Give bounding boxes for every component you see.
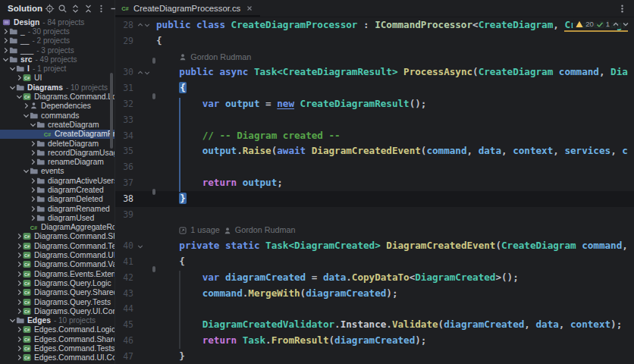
- code-line-41[interactable]: 41 {: [115, 254, 634, 270]
- tree-item-dependencies[interactable]: Dependencies: [0, 102, 115, 111]
- chevron-right-icon[interactable]: [16, 299, 23, 306]
- chevron-down-icon[interactable]: [16, 93, 23, 100]
- code-line-28[interactable]: 28public class CreateDiagramProcessor : …: [115, 17, 634, 33]
- expand-all-icon[interactable]: [71, 4, 80, 14]
- chevron-right-icon[interactable]: [30, 140, 36, 147]
- tree-item-diagramaggregateroot-g-cs[interactable]: C#DiagramAggregateRoot.g.cs: [0, 223, 115, 232]
- code-line-33[interactable]: 33: [115, 112, 634, 128]
- tree-item-diagramused[interactable]: diagramUsed: [0, 213, 115, 222]
- code-area[interactable]: 28public class CreateDiagramProcessor : …: [115, 17, 634, 364]
- chevron-right-icon[interactable]: [16, 345, 23, 352]
- code-line-47[interactable]: 47 }: [115, 349, 634, 364]
- code-vision-annotation[interactable]: 1 usageGordon Rudman: [156, 222, 296, 238]
- code-line-36[interactable]: 36: [115, 159, 634, 175]
- inspections-widget[interactable]: 20 1: [573, 19, 632, 29]
- chevron-right-icon[interactable]: [16, 336, 23, 343]
- tree-item-diagrams-events-extensions[interactable]: C#Diagrams.Events.Extensions: [0, 269, 115, 278]
- fold-chevron-down-icon[interactable]: [144, 70, 150, 76]
- code-line-29[interactable]: 29{: [115, 33, 634, 49]
- tree-item-events[interactable]: events: [0, 167, 115, 176]
- code-line-35[interactable]: 35 output.Raise(await DiagramCreatedEven…: [115, 143, 634, 159]
- fold-chevron-up-icon[interactable]: [137, 70, 143, 76]
- chevron-right-icon[interactable]: [30, 149, 36, 156]
- chevron-down-icon[interactable]: [9, 84, 16, 91]
- tab-creatediagramprocessor[interactable]: C# CreateDiagramProcessor.cs: [115, 0, 260, 17]
- collapse-all-icon[interactable]: [83, 4, 93, 14]
- tree-item-diagrams-query-shared[interactable]: C#Diagrams.Query.Shared: [0, 288, 115, 297]
- author-label[interactable]: Gordon Rudman: [235, 222, 296, 238]
- chevron-down-icon[interactable]: [9, 317, 16, 324]
- chevron-right-icon[interactable]: [16, 233, 23, 240]
- chevron-right-icon[interactable]: [16, 308, 23, 315]
- chevron-down-icon[interactable]: [23, 168, 30, 174]
- chevron-right-icon[interactable]: [2, 28, 9, 35]
- chevron-right-icon[interactable]: [16, 354, 23, 361]
- tree-item-item[interactable]: ___- 3 projects: [0, 46, 115, 55]
- chevron-right-icon[interactable]: [23, 102, 30, 109]
- code-line-31[interactable]: 31 {: [115, 80, 634, 96]
- code-line-38[interactable]: 38 }: [115, 191, 634, 207]
- tree-item-diagramrenamed[interactable]: diagramRenamed: [0, 204, 115, 213]
- tree-item-diagramactiveuserschanged[interactable]: diagramActiveUsersChanged: [0, 176, 115, 185]
- chevron-right-icon[interactable]: [16, 243, 23, 249]
- tree-item-edges-command-logic[interactable]: C#Edges.Command.Logic: [0, 325, 115, 334]
- tree-item-edges-command-ui-components[interactable]: C#Edges.Command.UI.Components: [0, 353, 115, 362]
- chevron-right-icon[interactable]: [30, 187, 36, 193]
- tree-item-recorddiagramusage[interactable]: recordDiagramUsage: [0, 148, 115, 157]
- code-line-46[interactable]: 46 return Task.FromResult(diagramCreated…: [115, 333, 634, 349]
- tree-item-item[interactable]: __- 2 projects: [0, 36, 115, 46]
- chevron-up-icon[interactable]: [612, 20, 620, 28]
- chevron-right-icon[interactable]: [30, 177, 36, 184]
- chevron-right-icon[interactable]: [30, 196, 36, 202]
- chevron-down-icon[interactable]: [23, 112, 30, 119]
- chevron-right-icon[interactable]: [2, 37, 9, 44]
- tree-item-diagrams-query-ui-components[interactable]: C#Diagrams.Query.UI.Components: [0, 306, 115, 315]
- chevron-right-icon[interactable]: [16, 280, 23, 287]
- tree-item-diagrams-query-logic[interactable]: C#Diagrams.Query.Logic: [0, 278, 115, 287]
- tree-item-diagrams-command-logic[interactable]: C#Diagrams.Command.Logic: [0, 92, 115, 101]
- chevron-down-icon[interactable]: [30, 121, 36, 128]
- tree-item-diagramdeleted[interactable]: diagramDeleted: [0, 195, 115, 204]
- locate-icon[interactable]: [45, 4, 55, 14]
- fold-chevron-down-icon[interactable]: [137, 243, 143, 249]
- chevron-down-icon[interactable]: [9, 65, 16, 72]
- usage-count-label[interactable]: 1 usage: [190, 222, 219, 238]
- code-line-32[interactable]: 32 var output = new CreateDiagramResult(…: [115, 96, 634, 112]
- tree-item-renamediagram[interactable]: renameDiagram: [0, 157, 115, 166]
- code-vision-usage-row[interactable]: 1 usageGordon Rudman: [115, 222, 634, 238]
- tabbar-more-icon[interactable]: [617, 4, 627, 14]
- tree-item-diagrams[interactable]: Diagrams- 10 projects: [0, 83, 115, 92]
- chevron-down-icon[interactable]: [2, 56, 9, 63]
- tree-item-deletediagram[interactable]: deleteDiagram: [0, 139, 115, 148]
- fold-chevron-down-icon[interactable]: [144, 22, 150, 28]
- code-line-30[interactable]: 30 public async Task<CreateDiagramResult…: [115, 64, 634, 80]
- tree-item-item[interactable]: _- 30 projects: [0, 27, 115, 36]
- code-line-43[interactable]: 43 command.MergeWith(diagramCreated);: [115, 286, 634, 302]
- chevron-right-icon[interactable]: [16, 252, 23, 259]
- close-icon[interactable]: [246, 5, 253, 12]
- tree-item-src[interactable]: src- 49 projects: [0, 55, 115, 64]
- code-line-42[interactable]: 42 var diagramCreated = data.CopyDataTo<…: [115, 270, 634, 286]
- tree-item-diagrams-command-ui-components[interactable]: C#Diagrams.Command.UI.Components: [0, 250, 115, 259]
- chevron-right-icon[interactable]: [2, 47, 9, 54]
- chevron-right-icon[interactable]: [30, 206, 36, 212]
- code-line-45[interactable]: 45 DiagramCreatedValidator.Instance.Vali…: [115, 317, 634, 333]
- chevron-right-icon[interactable]: [30, 215, 36, 221]
- tree-item-commands[interactable]: commands: [0, 111, 115, 120]
- chevron-right-icon[interactable]: [30, 158, 36, 165]
- chevron-right-icon[interactable]: [16, 289, 23, 296]
- tree-item-diagramcreated[interactable]: diagramCreated: [0, 185, 115, 194]
- chevron-right-icon[interactable]: [16, 261, 23, 268]
- sidebar-scrollbar[interactable]: [110, 73, 113, 149]
- code-line-39[interactable]: 39: [115, 207, 634, 223]
- code-line-37[interactable]: 37 return output;: [115, 175, 634, 191]
- tree-item-diagrams-command-validation[interactable]: C#Diagrams.Command.Validation: [0, 260, 115, 269]
- chevron-down-icon[interactable]: [622, 20, 629, 28]
- tree-item-edges-command-tests[interactable]: C#Edges.Command.Tests: [0, 344, 115, 353]
- code-vision-author-row[interactable]: Gordon Rudman: [115, 49, 634, 65]
- author-label[interactable]: Gordon Rudman: [190, 49, 251, 65]
- tree-item-diagrams-command-shared[interactable]: C#Diagrams.Command.Shared: [0, 232, 115, 241]
- tree-item-ui[interactable]: C#UI: [0, 74, 115, 83]
- code-vision-annotation[interactable]: Gordon Rudman: [156, 49, 251, 65]
- code-line-44[interactable]: 44: [115, 301, 634, 317]
